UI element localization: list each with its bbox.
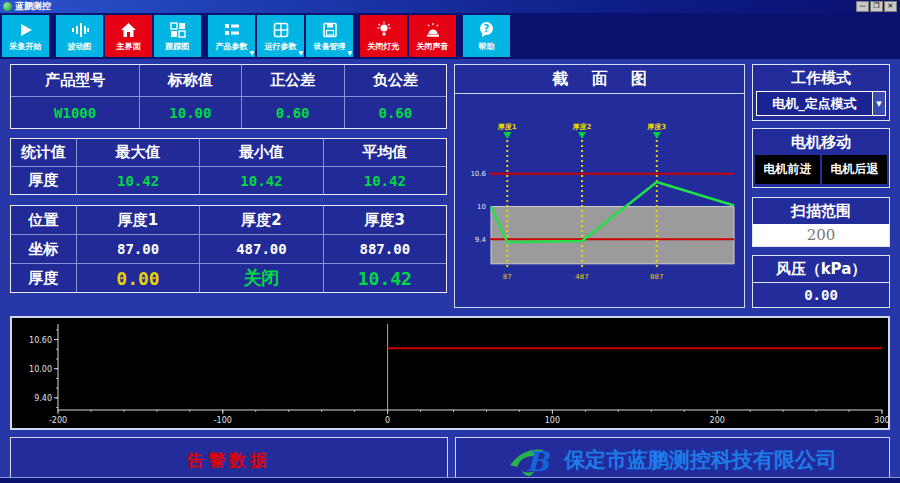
grid-icon (170, 21, 186, 39)
siren-icon (425, 21, 441, 39)
collect-start-button[interactable]: 采集开始 (2, 15, 49, 57)
help-button[interactable]: ? 帮助 (463, 15, 510, 57)
pos-tolerance-header: 正公差 (242, 65, 344, 96)
gate-label: 厚度2 (572, 122, 592, 131)
x-tick-label: 200 (710, 416, 725, 425)
main-view-button[interactable]: 主界面 (105, 15, 152, 57)
gate-position-label: 87 (503, 273, 512, 281)
y-tick-label: 10.6 (470, 170, 486, 178)
chevron-down-icon: ▼ (249, 50, 254, 56)
sound-off-button[interactable]: 关闭声音 (409, 15, 456, 57)
work-mode-title: 工作模式 (753, 65, 889, 91)
trend-chart-panel: 10.6010.009.40-200-1000100200300 (10, 316, 890, 430)
y-tick-label: 10.00 (29, 365, 52, 374)
chevron-down-icon[interactable]: ▼ (872, 92, 885, 115)
chevron-down-icon: ▼ (298, 50, 303, 56)
product-params-button[interactable]: 产品参数 ▼ (208, 15, 255, 57)
work-mode-selected: 电机_定点模式 (757, 92, 872, 115)
position-table: 位置 厚度1 厚度2 厚度3 坐标 87.00 487.00 887.00 厚度… (10, 205, 447, 293)
gate-marker-icon (503, 132, 511, 139)
thickness1-header: 厚度1 (77, 206, 199, 234)
thickness2-header: 厚度2 (200, 206, 322, 234)
avg-header: 平均值 (324, 139, 446, 166)
svg-text:B: B (526, 446, 551, 477)
thickness-row-label: 厚度 (11, 264, 76, 292)
work-mode-select[interactable]: 电机_定点模式 ▼ (756, 91, 886, 116)
y-tick-label: 10 (477, 203, 486, 211)
scan-range-input[interactable] (753, 224, 889, 246)
product-table: 产品型号 标称值 正公差 负公差 W1000 10.00 0.60 0.60 (10, 64, 447, 129)
home-icon (120, 21, 137, 39)
light-off-button[interactable]: 关闭灯光 (360, 15, 407, 57)
left-column: 产品型号 标称值 正公差 负公差 W1000 10.00 0.60 0.60 统… (10, 64, 447, 308)
motor-move-title: 电机移动 (753, 129, 889, 155)
pressure-box: 风压（kPa） 0.00 (752, 255, 890, 308)
chevron-down-icon: ▼ (347, 50, 352, 56)
x-tick-label: 100 (545, 416, 560, 425)
waveform-icon (71, 21, 89, 39)
titlebar: 蓝鹏测控 — ❐ ✕ (0, 0, 900, 13)
pressure-title: 风压（kPa） (753, 256, 889, 282)
work-mode-box: 工作模式 电机_定点模式 ▼ (752, 64, 890, 121)
coord-row-label: 坐标 (11, 235, 76, 263)
pos-tolerance-value: 0.60 (242, 97, 344, 128)
avg-value: 10.42 (324, 167, 446, 194)
device-icon (322, 21, 338, 39)
gate-marker-icon (653, 132, 661, 139)
y-tick-label: 9.4 (475, 236, 487, 244)
trend-chart: 10.6010.009.40-200-1000100200300 (12, 318, 888, 428)
alarm-data-label: 告警数据 (187, 449, 271, 472)
product-model-value: W1000 (11, 97, 139, 128)
y-tick-label: 9.40 (34, 394, 52, 403)
section-chart-title: 截 面 图 (455, 65, 744, 94)
toolbar: 采集开始 波动图 主界面 跟踪图 产品参数 (0, 13, 900, 59)
bulb-icon (376, 21, 392, 39)
thickness-value-1: 0.00 (77, 264, 199, 292)
motor-backward-button[interactable]: 电机后退 (822, 155, 887, 184)
neg-tolerance-value: 0.60 (345, 97, 446, 128)
right-column: 工作模式 电机_定点模式 ▼ 电机移动 电机前进 电机后退 扫描范围 风压（kP… (752, 64, 890, 308)
close-button[interactable]: ✕ (884, 1, 897, 12)
scan-range-box: 扫描范围 (752, 197, 890, 247)
motor-buttons: 电机前进 电机后退 (753, 155, 889, 187)
motor-move-box: 电机移动 电机前进 电机后退 (752, 128, 890, 188)
list-icon (224, 21, 240, 39)
x-tick-label: 300 (874, 416, 888, 425)
stats-row-label: 厚度 (11, 167, 76, 194)
maximize-button[interactable]: ❐ (870, 1, 883, 12)
run-params-button[interactable]: 运行参数 ▼ (257, 15, 304, 57)
thickness-value-3: 10.42 (324, 264, 446, 292)
gate-label: 厚度1 (497, 122, 517, 131)
coord-value-1: 87.00 (77, 235, 199, 263)
statusbar (0, 477, 900, 483)
gate-position-label: 487 (575, 273, 588, 281)
nominal-value: 10.00 (140, 97, 240, 128)
play-icon (18, 21, 34, 39)
y-tick-label: 10.60 (29, 336, 52, 345)
min-header: 最小值 (200, 139, 322, 166)
device-manage-button[interactable]: 设备管理 ▼ (306, 15, 353, 57)
tracking-chart-button[interactable]: 跟踪图 (154, 15, 201, 57)
position-header: 位置 (11, 206, 76, 234)
max-header: 最大值 (77, 139, 199, 166)
wave-chart-button[interactable]: 波动图 (56, 15, 103, 57)
gate-label: 厚度3 (646, 122, 666, 131)
product-model-header: 产品型号 (11, 65, 139, 96)
material-area (491, 207, 734, 264)
help-icon: ? (478, 21, 495, 39)
svg-text:?: ? (484, 23, 490, 34)
section-chart-panel: 截 面 图 10.6109.4厚度187厚度2487厚度3887 (454, 64, 745, 308)
thickness3-header: 厚度3 (324, 206, 446, 234)
main-area: 产品型号 标称值 正公差 负公差 W1000 10.00 0.60 0.60 统… (0, 59, 900, 308)
table-icon (273, 21, 289, 39)
pressure-value: 0.00 (753, 282, 889, 307)
stats-table: 统计值 最大值 最小值 平均值 厚度 10.42 10.42 10.42 (10, 138, 447, 195)
motor-forward-button[interactable]: 电机前进 (755, 155, 820, 184)
coord-value-3: 887.00 (324, 235, 446, 263)
min-value: 10.42 (200, 167, 322, 194)
company-logo: B (508, 443, 554, 477)
x-tick-label: 0 (385, 416, 390, 425)
minimize-button[interactable]: — (856, 1, 869, 12)
coord-value-2: 487.00 (200, 235, 322, 263)
thickness-value-2: 关闭 (200, 264, 322, 292)
